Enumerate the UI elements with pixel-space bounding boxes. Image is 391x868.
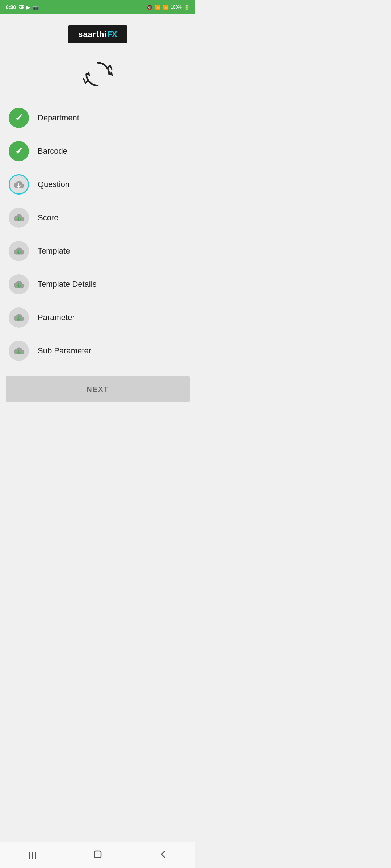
question-status-icon bbox=[9, 174, 29, 195]
template-details-label: Template Details bbox=[38, 280, 97, 289]
parameter-label: Parameter bbox=[38, 313, 75, 322]
status-bar-left: 6:30 🖼 ▶ 📷 bbox=[6, 4, 39, 10]
photo-icon: 🖼 bbox=[19, 5, 24, 10]
department-status-icon: ✓ bbox=[9, 108, 29, 128]
template-status-icon bbox=[9, 241, 29, 261]
sync-item-template-details: Template Details bbox=[6, 268, 190, 301]
sync-item-score: Score bbox=[6, 201, 190, 234]
sub-parameter-label: Sub Parameter bbox=[38, 346, 91, 356]
sync-item-sub-parameter: Sub Parameter bbox=[6, 334, 190, 367]
question-label: Question bbox=[38, 180, 70, 189]
sync-item-department: ✓ Department bbox=[6, 101, 190, 135]
parameter-status-icon bbox=[9, 307, 29, 328]
barcode-status-icon: ✓ bbox=[9, 141, 29, 161]
sync-list: ✓ Department ✓ Barcode Question bbox=[0, 101, 196, 367]
template-details-status-icon bbox=[9, 274, 29, 294]
battery-text: 100% bbox=[171, 5, 182, 10]
next-button[interactable]: NEXT bbox=[6, 376, 190, 402]
logo-fx: FX bbox=[107, 30, 117, 39]
score-label: Score bbox=[38, 213, 58, 222]
template-label: Template bbox=[38, 246, 70, 256]
battery-icon: 🔋 bbox=[184, 5, 190, 10]
sync-item-template: Template bbox=[6, 234, 190, 268]
next-button-container: NEXT bbox=[0, 367, 196, 411]
cloud-download-icon-score bbox=[13, 213, 25, 223]
logo-text: saarthi bbox=[78, 30, 107, 39]
wifi-icon: 📶 bbox=[155, 5, 160, 10]
cloud-download-icon-template-details bbox=[13, 279, 25, 289]
logo-container: saarthiFX bbox=[0, 14, 196, 51]
signal-icon: 📶 bbox=[163, 5, 168, 10]
logo-box: saarthiFX bbox=[68, 25, 127, 43]
sync-item-question: Question bbox=[6, 168, 190, 201]
barcode-label: Barcode bbox=[38, 146, 67, 156]
sub-parameter-status-icon bbox=[9, 341, 29, 361]
photo2-icon: 📷 bbox=[33, 5, 39, 10]
cloud-download-icon-template bbox=[13, 246, 25, 256]
cloud-download-icon-question bbox=[13, 179, 25, 190]
sync-icon bbox=[81, 58, 114, 90]
sync-item-parameter: Parameter bbox=[6, 301, 190, 334]
status-time: 6:30 bbox=[6, 4, 16, 10]
status-bar-right: 🔇 📶 📶 100% 🔋 bbox=[147, 5, 190, 10]
cloud-download-icon-sub-parameter bbox=[13, 346, 25, 356]
status-bar: 6:30 🖼 ▶ 📷 🔇 📶 📶 100% 🔋 bbox=[0, 0, 196, 14]
score-status-icon bbox=[9, 208, 29, 228]
department-label: Department bbox=[38, 113, 79, 123]
cloud-download-icon-parameter bbox=[13, 312, 25, 323]
sync-animation-container bbox=[0, 51, 196, 101]
mute-icon: 🔇 bbox=[147, 5, 152, 10]
sync-item-barcode: ✓ Barcode bbox=[6, 135, 190, 168]
play-icon: ▶ bbox=[26, 5, 30, 10]
